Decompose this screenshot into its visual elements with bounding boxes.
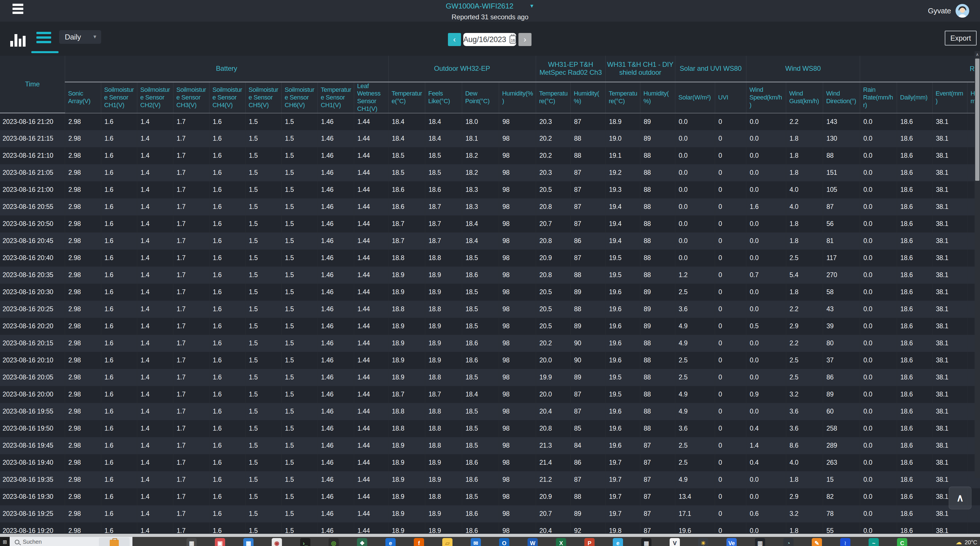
- movie-maker-icon[interactable]: ▥: [755, 538, 765, 546]
- table-cell: 89: [640, 301, 675, 318]
- internet-explorer-icon[interactable]: e: [613, 538, 623, 546]
- table-cell: 1.4: [137, 437, 173, 454]
- table-cell: 1.4: [137, 522, 173, 534]
- table-cell: 1.7: [173, 352, 209, 369]
- table-cell: 18.9: [425, 454, 462, 471]
- table-cell: 0.4: [746, 454, 786, 471]
- table-cell: 18.5: [425, 164, 462, 181]
- table-cell: 18.8: [425, 437, 462, 454]
- scrollbar-up-arrow-icon[interactable]: ∧: [975, 52, 980, 57]
- table-cell: 1.6: [101, 147, 137, 164]
- vnc-icon[interactable]: V: [670, 538, 680, 546]
- word-icon[interactable]: W: [528, 538, 538, 546]
- list-view-icon[interactable]: [37, 32, 52, 46]
- table-cell: 0.0: [860, 267, 897, 284]
- range-select[interactable]: Daily ▼: [59, 30, 101, 44]
- table-cell: 1.5: [282, 215, 318, 232]
- table-cell: 1.46: [318, 471, 354, 488]
- table-cell: 98: [499, 301, 536, 318]
- taskbar-icons: ▦▣▦◉›_◎❖ef▱✉OWXPe▩V☀Ve▥◔✎≀~C: [186, 538, 907, 546]
- terminal-icon[interactable]: ›_: [300, 538, 310, 546]
- outlook-icon[interactable]: O: [499, 538, 509, 546]
- leaf-app-icon[interactable]: ~: [869, 538, 879, 546]
- table-cell: 1.6: [101, 284, 137, 301]
- table-cell: 1.5: [282, 164, 318, 181]
- column-header: Temperature(°C): [388, 82, 425, 113]
- avatar[interactable]: [956, 4, 969, 18]
- firefox-icon[interactable]: f: [414, 538, 424, 546]
- prev-day-button[interactable]: ‹: [448, 33, 461, 46]
- weather-dashboard-screen: GW1000A-WIFI2612 ▼ Reported 31 seconds a…: [0, 0, 980, 546]
- table-cell: 18.0: [462, 113, 499, 130]
- photos-icon[interactable]: ▣: [215, 538, 225, 546]
- hamburger-menu-icon[interactable]: [13, 4, 24, 18]
- search-input[interactable]: Suchen: [15, 539, 42, 545]
- column-header: Soilmoisture Sensor CH5(V): [245, 82, 282, 113]
- flame-app-icon[interactable]: ≀: [840, 538, 850, 546]
- table-cell: 18.9: [425, 284, 462, 301]
- table-cell: 18.5: [462, 369, 499, 386]
- chart-view-icon[interactable]: [10, 30, 25, 47]
- maps-icon[interactable]: ❖: [357, 538, 367, 546]
- table-cell: 98: [499, 420, 536, 437]
- edge-icon[interactable]: e: [385, 538, 396, 546]
- device-dropdown[interactable]: GW1000A-WIFI2612 ▼: [445, 2, 535, 11]
- briefcase-app-tile[interactable]: [99, 538, 130, 546]
- table-cell: 87: [570, 403, 605, 420]
- scrollbar-thumb[interactable]: [975, 59, 980, 181]
- media-player-icon[interactable]: ◔: [783, 538, 794, 546]
- table-cell: 1.44: [354, 250, 388, 267]
- table-cell: 2.5: [675, 369, 715, 386]
- compass-icon[interactable]: ◉: [272, 538, 282, 546]
- time-cell: 2023-08-16 20:15: [0, 335, 65, 352]
- table-cell: 1.5: [282, 386, 318, 403]
- recorder-icon[interactable]: ◎: [329, 538, 339, 546]
- pen-tool-icon[interactable]: ✎: [812, 538, 822, 546]
- table-cell: 1.6: [101, 488, 137, 505]
- thunderbird-icon[interactable]: ✉: [471, 538, 481, 546]
- chat-app-icon[interactable]: C: [897, 538, 907, 546]
- table-cell: 18.6: [462, 352, 499, 369]
- table-cell: 1.7: [173, 522, 209, 534]
- next-day-button[interactable]: ›: [519, 33, 531, 46]
- table-cell: 19.6: [605, 437, 640, 454]
- powerpoint-icon[interactable]: P: [584, 538, 595, 546]
- table-cell: 18.6: [897, 335, 932, 352]
- start-corner-icon[interactable]: ⊞: [0, 537, 10, 546]
- table-cell: 87: [640, 505, 675, 522]
- calendar-icon[interactable]: ▦: [243, 538, 253, 546]
- table-cell: 4.0: [786, 181, 823, 198]
- table-cell: 38.1: [932, 215, 967, 232]
- excel-icon[interactable]: X: [556, 538, 566, 546]
- table-cell: 19.6: [605, 420, 640, 437]
- table-cell: 1.44: [354, 420, 388, 437]
- taskbar-tray[interactable]: ☁ 20°C: [956, 539, 977, 546]
- table-cell: 18.9: [388, 522, 425, 534]
- table-cell: 1.5: [282, 505, 318, 522]
- group-header: Battery: [65, 56, 388, 82]
- table-cell: 0: [715, 403, 746, 420]
- table-cell: 1.4: [137, 420, 173, 437]
- table-cell: 105: [823, 181, 860, 198]
- table-cell: 1.44: [354, 147, 388, 164]
- table-cell: 98: [499, 250, 536, 267]
- table-cell: 1.44: [354, 369, 388, 386]
- table-cell: 18.8: [425, 301, 462, 318]
- table-cell: 18.9: [425, 318, 462, 335]
- vertical-scrollbar[interactable]: ∧: [975, 51, 980, 478]
- ve-app-icon[interactable]: Ve: [727, 538, 737, 546]
- table-cell: 20.3: [536, 164, 570, 181]
- task-view-icon[interactable]: ▦: [186, 538, 197, 546]
- table-cell: 1.6: [209, 505, 245, 522]
- table-cell: 38.1: [932, 198, 967, 215]
- table-cell: 2.2: [786, 335, 823, 352]
- image-viewer-icon[interactable]: ▩: [641, 538, 651, 546]
- table-cell: 1.7: [173, 454, 209, 471]
- table-cell: 143: [823, 113, 860, 130]
- table-cell: 20.2: [536, 147, 570, 164]
- folder-icon[interactable]: ▱: [442, 538, 452, 546]
- date-picker[interactable]: Aug/16/2023 16: [463, 33, 516, 46]
- weather-app-icon[interactable]: ☀: [698, 538, 708, 546]
- export-button[interactable]: Export: [945, 31, 977, 46]
- scroll-to-top-button[interactable]: ∧: [949, 487, 972, 509]
